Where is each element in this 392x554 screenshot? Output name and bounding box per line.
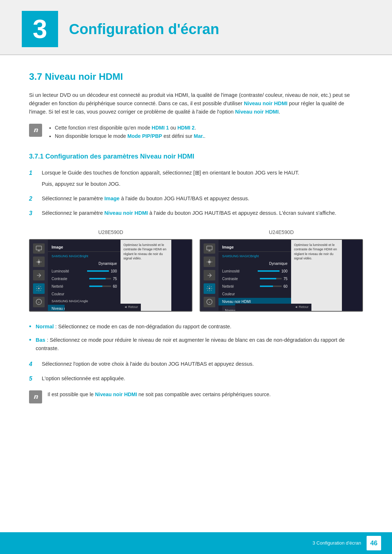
monitor-u24e590d: U24E590D [200, 229, 363, 312]
menu-brand-1: SAMSUNG MAGICBright [48, 253, 121, 260]
sidebar-icon-settings [33, 283, 45, 294]
sidebar-icon-arrows-2 [204, 270, 215, 280]
monitor-label-2: U24E590D [200, 229, 363, 236]
bottom-note-icon: 𝕟 [29, 390, 42, 403]
monitor-menu-1: Image SAMSUNG MAGICBright Dynamique Lumi… [48, 240, 121, 311]
sidebar-icon-settings-2 [204, 283, 215, 294]
sidebar-icon-display-2 [204, 243, 215, 254]
sidebar-icon-brightness-2 [204, 257, 215, 267]
chapter-title: Configuration d'écran [69, 18, 219, 40]
step-number-1: 1 [29, 169, 36, 177]
menu-item-nettete-1: Netteté 60 [48, 283, 121, 290]
page-footer: 3 Configuration d'écran 46 [0, 532, 392, 554]
svg-point-3 [37, 260, 40, 263]
steps-list: 1 Lorsque le Guide des touches de foncti… [29, 169, 363, 217]
sidebar-icon-brightness [33, 257, 45, 267]
bullet-dot-1: • [29, 323, 31, 331]
section-title: 3.7 Niveau noir HDMI [29, 70, 363, 84]
step-3: 3 Sélectionnez le paramètre Niveau noir … [29, 209, 363, 218]
bullet-list: • Normal : Sélectionnez ce mode en cas d… [29, 323, 363, 353]
retour-bar-2: ◄ Retour [235, 304, 311, 311]
step-text-3: Sélectionnez le paramètre Niveau noir HD… [42, 209, 336, 217]
sidebar-icon-info [33, 297, 45, 307]
svg-point-8 [38, 288, 40, 290]
main-content: 3.7 Niveau noir HDMI Si un lecteur DVD o… [0, 70, 392, 440]
steps-cont: 4 Sélectionnez l'option de votre choix à… [29, 360, 363, 383]
retour-bar-1: ◄ Retour [65, 304, 141, 311]
step-4: 4 Sélectionnez l'option de votre choix à… [29, 360, 363, 369]
monitor-desc-1: Optimisez la luminosité et le contraste … [121, 240, 171, 311]
menu-item-dynamique-2: Dynamique [219, 260, 291, 267]
subsection-title: 3.7.1 Configuration des paramètres Nivea… [29, 152, 363, 161]
step-text-2: Sélectionnez le paramètre Image à l'aide… [42, 194, 249, 203]
note-icon: 𝕟 [29, 124, 42, 137]
monitor-label-1: U28E590D [29, 229, 192, 236]
step-text-5: L'option sélectionnée est appliquée. [42, 374, 125, 383]
monitor-menu-2: Image SAMSUNG MAGICBright Dynamique Lumi… [219, 240, 291, 311]
monitor-sidebar-1 [30, 240, 48, 311]
menu-item-luminosite-2: Luminosité 100 [219, 267, 291, 275]
menu-item-dynamique-1: Dynamique [48, 260, 121, 267]
sidebar-icon-display [33, 243, 45, 254]
menu-brand-2: SAMSUNG MAGICBright [219, 253, 291, 260]
monitor-u28e590d: U28E590D [29, 229, 192, 312]
bullet-dot-2: • [29, 336, 31, 344]
monitors-area: U28E590D [29, 229, 363, 312]
note-box: 𝕟 Cette fonction n'est disponible qu'en … [29, 124, 363, 141]
svg-rect-12 [207, 246, 212, 250]
note-content: Cette fonction n'est disponible qu'en mo… [48, 124, 205, 141]
bottom-note-content: Il est possible que le Niveau noir HDMI … [48, 390, 271, 403]
chapter-number: 3 [22, 11, 58, 47]
step-number-2: 2 [29, 194, 36, 203]
step-2: 2 Sélectionnez le paramètre Image à l'ai… [29, 194, 363, 203]
menu-item-contraste-2: Contraste 75 [219, 275, 291, 283]
monitor-screen-2: Image SAMSUNG MAGICBright Dynamique Lumi… [200, 239, 363, 312]
monitor-sidebar-2 [200, 240, 219, 311]
step-number-3: 3 [29, 209, 36, 218]
menu-title-2: Image [219, 243, 291, 252]
bullet-normal: • Normal : Sélectionnez ce mode en cas d… [29, 323, 363, 331]
svg-point-15 [208, 260, 211, 263]
step-number-4: 4 [29, 360, 36, 369]
step-text-4: Sélectionnez l'option de votre choix à l… [42, 360, 254, 368]
bottom-note-box: 𝕟 Il est possible que le Niveau noir HDM… [29, 390, 363, 403]
bullet-bas: • Bas : Sélectionnez ce mode pour réduir… [29, 336, 363, 353]
monitor-desc-2: Optimisez la luminosité et le contraste … [291, 240, 342, 311]
step-text-1: Lorsque le Guide des touches de fonction… [42, 169, 299, 188]
bullet-text-normal: Normal : Sélectionnez ce mode en cas de … [36, 323, 231, 331]
menu-item-couleur-2: Couleur [219, 290, 291, 298]
svg-point-20 [209, 288, 211, 290]
menu-title-1: Image [48, 243, 121, 252]
svg-rect-0 [36, 246, 42, 250]
menu-item-contraste-1: Contraste 75 [48, 275, 121, 283]
sidebar-icon-info-2 [204, 297, 215, 307]
footer-text: 3 Configuration d'écran [313, 539, 361, 547]
menu-item-luminosite-1: Luminosité 100 [48, 267, 121, 275]
bullet-text-bas: Bas : Sélectionnez ce mode pour réduire … [36, 336, 363, 353]
menu-item-couleur-1: Couleur [48, 290, 121, 298]
sidebar-icon-arrows [33, 270, 45, 280]
step-1: 1 Lorsque le Guide des touches de foncti… [29, 169, 363, 188]
menu-item-nettete-2: Netteté 60 [219, 283, 291, 290]
step-number-5: 5 [29, 374, 36, 383]
intro-paragraph: Si un lecteur DVD ou un décodeur est con… [29, 91, 363, 116]
step-5: 5 L'option sélectionnée est appliquée. [29, 374, 363, 383]
monitor-screen-1: Image SAMSUNG MAGICBright Dynamique Lumi… [29, 239, 192, 312]
page-header: 3 Configuration d'écran [0, 0, 392, 55]
footer-page-number: 46 [367, 536, 381, 550]
